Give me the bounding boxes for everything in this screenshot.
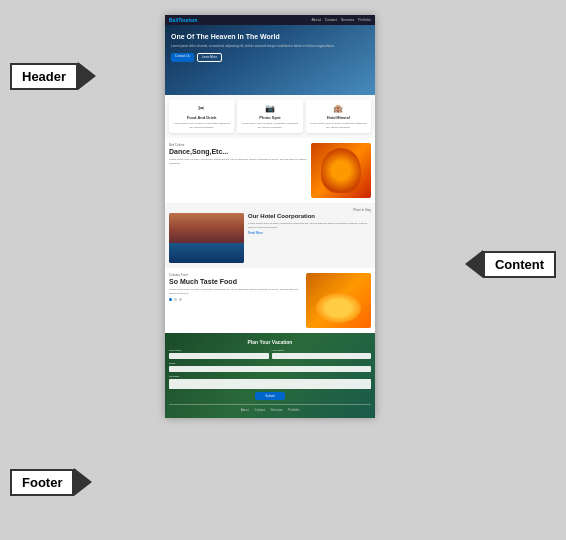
firstname-input[interactable] — [169, 353, 269, 359]
food-label: Culinary Food — [169, 273, 302, 277]
lastname-input[interactable] — [272, 353, 372, 359]
form-group-email: Email — [169, 362, 371, 372]
food-image-bowl — [316, 293, 361, 323]
hotel-image-sky — [169, 213, 244, 243]
logo-text-bali: Bali — [169, 17, 178, 23]
dot-1[interactable] — [169, 298, 172, 301]
site-nav: BaliTourism About Contact Services Portf… — [165, 15, 375, 25]
content-label-box: Content — [483, 251, 556, 278]
card-food-drink-text: Lorem ipsum dolor sit amet, consectetur … — [172, 122, 231, 129]
photo-spot-icon: 📷 — [240, 104, 299, 113]
website-mockup: BaliTourism About Contact Services Portf… — [165, 15, 375, 418]
email-input[interactable] — [169, 366, 371, 372]
footer-arrow-right — [74, 468, 92, 496]
footer-nav-contact[interactable]: Contact — [254, 408, 264, 412]
learn-more-button[interactable]: Learn More — [197, 53, 222, 62]
hotel-description: Lorem ipsum dolor sit amet, consectetur … — [248, 222, 371, 229]
hotel-icon: 🏨 — [309, 104, 368, 113]
nav-link-about[interactable]: About — [312, 18, 321, 22]
message-label: Message — [169, 375, 371, 378]
footer-section: Plan Your Vacation First Name Last Name … — [165, 333, 375, 418]
culture-description: Lorem ipsum dolor sit amet, consectetur … — [169, 158, 307, 165]
card-hotel: 🏨 Hotel/Hostel Lorem ipsum dolor sit ame… — [306, 100, 371, 133]
header-label-box: Header — [10, 63, 78, 90]
outer-wrapper: Header Content Footer BaliTourism About … — [0, 10, 566, 540]
food-image — [306, 273, 371, 328]
hotel-title: Our Hotel Coorporation — [248, 213, 371, 220]
card-food-drink-title: Food And Drink — [172, 115, 231, 120]
culture-title: Dance,Song,Etc... — [169, 148, 307, 156]
hotel-image — [169, 213, 244, 263]
content-arrow-left — [465, 250, 483, 278]
footer-nav-services[interactable]: Services — [271, 408, 283, 412]
footer-form-row2: Email — [169, 362, 371, 372]
hero-content: One Of The Heaven In The World Lorem ips… — [171, 33, 369, 62]
email-label: Email — [169, 362, 371, 365]
culture-section: Bali Culture Dance,Song,Etc... Lorem ips… — [165, 138, 375, 203]
header-arrow-label: Header — [10, 62, 96, 90]
hotel-text: Our Hotel Coorporation Lorem ipsum dolor… — [248, 213, 371, 263]
card-hotel-title: Hotel/Hostel — [309, 115, 368, 120]
logo-text-accent: Tourism — [178, 17, 197, 23]
culture-image-decoration — [321, 148, 361, 193]
header-arrow-right — [78, 62, 96, 90]
hero-description: Lorem ipsum dolor sit amet, consectetur … — [171, 44, 369, 48]
form-group-message: Message — [169, 375, 371, 389]
footer-nav-about[interactable]: About — [241, 408, 249, 412]
footer-nav-portfolio[interactable]: Portfolio — [288, 408, 299, 412]
hero-buttons: Contact Us Learn More — [171, 53, 369, 62]
food-carousel-dots — [169, 298, 302, 301]
footer-title: Plan Your Vacation — [169, 339, 371, 345]
submit-button[interactable]: Submit — [255, 392, 285, 400]
cards-section: ✂ Food And Drink Lorem ipsum dolor sit a… — [165, 95, 375, 138]
nav-links: About Contact Services Portfolio — [312, 18, 371, 22]
dot-2[interactable] — [174, 298, 177, 301]
card-photo-spot-text: Lorem ipsum dolor sit amet, consectetur … — [240, 122, 299, 129]
hotel-image-water — [169, 243, 244, 263]
food-text: Culinary Food So Much Taste Food Lorem i… — [169, 273, 302, 301]
hero-section: One Of The Heaven In The World Lorem ips… — [165, 25, 375, 95]
hotel-inner: Our Hotel Coorporation Lorem ipsum dolor… — [169, 213, 371, 263]
footer-form-row3: Message — [169, 375, 371, 389]
card-photo-spot: 📷 Photo Spot Lorem ipsum dolor sit amet,… — [237, 100, 302, 133]
food-drink-icon: ✂ — [172, 104, 231, 113]
hotel-read-more[interactable]: Read More — [248, 231, 371, 235]
food-title: So Much Taste Food — [169, 278, 302, 286]
contact-us-button[interactable]: Contact Us — [171, 53, 194, 62]
footer-form-row1: First Name Last Name — [169, 349, 371, 359]
form-group-firstname: First Name — [169, 349, 269, 359]
hero-title: One Of The Heaven In The World — [171, 33, 369, 41]
content-arrow-label: Content — [465, 250, 556, 278]
card-food-drink: ✂ Food And Drink Lorem ipsum dolor sit a… — [169, 100, 234, 133]
form-group-lastname: Last Name — [272, 349, 372, 359]
site-logo: BaliTourism — [169, 17, 198, 23]
food-description: Lorem ipsum dolor sit amet, consectetur … — [169, 288, 302, 295]
card-hotel-text: Lorem ipsum dolor sit amet, consectetur … — [309, 122, 368, 129]
card-photo-spot-title: Photo Spot — [240, 115, 299, 120]
culture-label: Bali Culture — [169, 143, 307, 147]
nav-link-portfolio[interactable]: Portfolio — [358, 18, 371, 22]
hotel-label: Place to Stay — [169, 208, 371, 212]
culture-text: Bali Culture Dance,Song,Etc... Lorem ips… — [169, 143, 307, 198]
nav-link-contact[interactable]: Contact — [325, 18, 337, 22]
hotel-section: Place to Stay Our Hotel Coorporation Lor… — [165, 203, 375, 268]
firstname-label: First Name — [169, 349, 269, 352]
food-section: Culinary Food So Much Taste Food Lorem i… — [165, 268, 375, 333]
nav-link-services[interactable]: Services — [341, 18, 354, 22]
footer-nav: About Contact Services Portfolio — [169, 404, 371, 412]
footer-label-box: Footer — [10, 469, 74, 496]
message-input[interactable] — [169, 379, 371, 389]
culture-image — [311, 143, 371, 198]
footer-arrow-label: Footer — [10, 468, 92, 496]
lastname-label: Last Name — [272, 349, 372, 352]
dot-3[interactable] — [179, 298, 182, 301]
